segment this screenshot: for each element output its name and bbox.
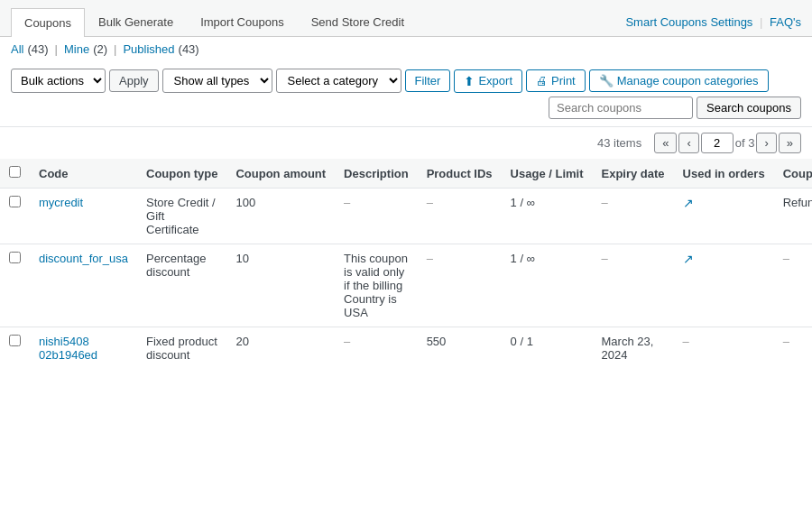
page-input[interactable] (701, 133, 734, 153)
tab-send-store-credit[interactable]: Send Store Credit (298, 7, 418, 36)
sep1: | (55, 42, 58, 56)
search-input[interactable] (549, 97, 693, 119)
select-all-checkbox[interactable] (9, 166, 21, 178)
page-wrap: Coupons Bulk Generate Import Coupons Sen… (0, 0, 812, 506)
coupon-type-cell: Percentage discount (137, 244, 226, 327)
search-button[interactable]: Search coupons (697, 97, 801, 119)
all-count: (43) (27, 42, 48, 56)
bulk-actions-select[interactable]: Bulk actions (11, 69, 106, 93)
tab-coupons[interactable]: Coupons (11, 8, 85, 37)
col-product-ids: Product IDs (418, 159, 502, 189)
select-category-select[interactable]: Select a category (276, 69, 401, 93)
first-page-button[interactable]: « (654, 133, 677, 153)
print-label: Print (551, 74, 576, 87)
coupon-amount-cell: 10 (226, 244, 335, 327)
code-cell: nishi540802b1946ed (30, 327, 137, 370)
col-coupon-categories: Coupon categories (774, 159, 812, 189)
expiry-date-cell: – (593, 189, 674, 244)
row-checkbox[interactable] (9, 196, 21, 207)
coupon-categories-cell: – (774, 244, 812, 327)
expiry-date-cell: – (593, 244, 674, 327)
coupons-table: Code Coupon type Coupon amount Descripti… (0, 159, 812, 369)
coupon-categories-cell: Refund (774, 189, 812, 244)
row-checkbox[interactable] (9, 252, 21, 263)
last-page-button[interactable]: » (779, 133, 801, 153)
manage-categories-label: Manage coupon categories (617, 74, 759, 87)
description-cell: – (335, 189, 418, 244)
col-checkbox (0, 159, 30, 189)
faq-link[interactable]: FAQ's (770, 15, 801, 29)
usage-limit-cell: 1 / ∞ (502, 189, 593, 244)
filter-all-link[interactable]: All (11, 42, 23, 56)
col-usage-limit: Usage / Limit (502, 159, 593, 189)
col-used-in-orders: Used in orders (674, 159, 774, 189)
product-ids-cell: – (418, 244, 502, 327)
col-code: Code (30, 159, 137, 189)
pagination-links: « ‹ of 3 › » (654, 133, 801, 153)
print-button[interactable]: 🖨 Print (526, 69, 586, 92)
expiry-date-cell: March 23, 2024 (593, 327, 674, 370)
coupon-amount-cell: 100 (226, 189, 335, 244)
usage-limit-cell: 0 / 1 (502, 327, 593, 370)
apply-button[interactable]: Apply (109, 69, 159, 92)
product-ids-cell: – (418, 189, 502, 244)
prev-page-button[interactable]: ‹ (678, 133, 698, 153)
col-coupon-type: Coupon type (137, 159, 226, 189)
col-expiry-date: Expiry date (593, 159, 674, 189)
table-row: discount_for_usa Percentage discount 10 … (0, 244, 812, 327)
external-link-icon[interactable]: ↗ (683, 252, 694, 266)
manage-categories-button[interactable]: 🔧 Manage coupon categories (589, 69, 769, 92)
description-cell: This coupon is valid only if the billing… (335, 244, 418, 327)
search-area: Search coupons (549, 97, 801, 119)
export-icon: ⬆ (464, 74, 475, 88)
description-cell: – (335, 327, 418, 370)
of-pages: of 3 (735, 136, 755, 150)
show-all-types-select[interactable]: Show all types (162, 69, 272, 93)
export-label: Export (478, 74, 512, 87)
used-in-orders-cell: ↗ (674, 189, 774, 244)
tab-bulk-generate[interactable]: Bulk Generate (85, 7, 187, 36)
external-link-icon[interactable]: ↗ (683, 196, 694, 210)
col-description: Description (335, 159, 418, 189)
filter-published-link[interactable]: Published (123, 42, 174, 56)
coupon-type-cell: Store Credit / Gift Certificate (137, 189, 226, 244)
usage-limit-cell: 1 / ∞ (502, 244, 593, 327)
sep2: | (114, 42, 116, 56)
coupon-type-cell: Fixed product discount (137, 327, 226, 370)
row-checkbox-cell (0, 244, 30, 327)
code-cell: mycredit (30, 189, 137, 244)
filter-bar: Bulk actions Apply Show all types Select… (0, 61, 812, 127)
subsubsub-nav: All (43) | Mine (2) | Published (43) (0, 37, 812, 61)
items-count: 43 items (597, 136, 641, 150)
coupon-categories-cell: – (774, 327, 812, 370)
published-count: (43) (179, 42, 199, 56)
link-separator: | (760, 15, 762, 29)
code-link[interactable]: discount_for_usa (39, 252, 128, 265)
table-row: mycredit Store Credit / Gift Certificate… (0, 189, 812, 244)
print-icon: 🖨 (536, 74, 548, 87)
tablenav-top: 43 items « ‹ of 3 › » (0, 127, 812, 159)
row-checkbox-cell (0, 327, 30, 370)
product-ids-cell: 550 (418, 327, 502, 370)
code-link[interactable]: mycredit (39, 196, 83, 209)
mine-count: (2) (93, 42, 107, 56)
code-link[interactable]: nishi540802b1946ed (39, 335, 97, 362)
tab-import-coupons[interactable]: Import Coupons (187, 7, 298, 36)
row-checkbox-cell (0, 189, 30, 244)
filter-button[interactable]: Filter (405, 69, 451, 92)
table-row: nishi540802b1946ed Fixed product discoun… (0, 327, 812, 370)
export-button[interactable]: ⬆ Export (454, 69, 522, 93)
settings-link[interactable]: Smart Coupons Settings (625, 15, 752, 29)
used-in-orders-cell: ↗ (674, 244, 774, 327)
code-cell: discount_for_usa (30, 244, 137, 327)
col-coupon-amount: Coupon amount (226, 159, 335, 189)
used-in-orders-cell: – (674, 327, 774, 370)
wrench-icon: 🔧 (599, 74, 614, 87)
next-page-button[interactable]: › (756, 133, 776, 153)
coupon-amount-cell: 20 (226, 327, 335, 370)
row-checkbox[interactable] (9, 335, 21, 346)
filter-mine-link[interactable]: Mine (64, 42, 89, 56)
